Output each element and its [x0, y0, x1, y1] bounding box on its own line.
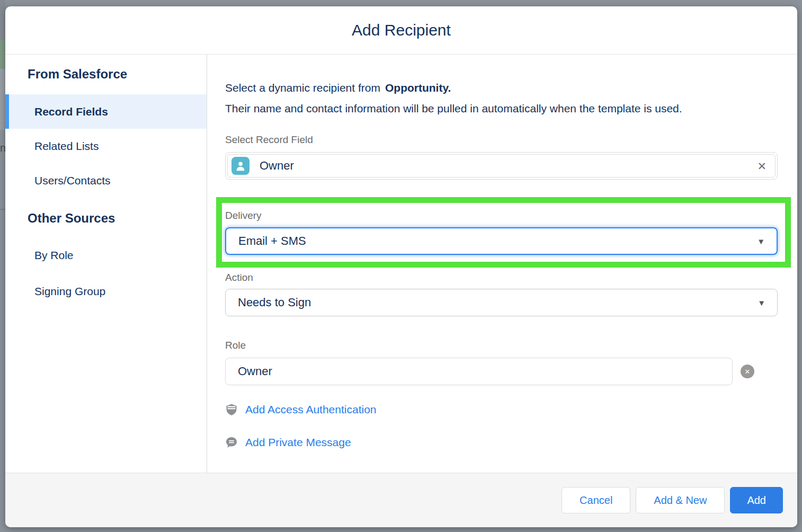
chevron-down-icon: ▼ [758, 298, 765, 307]
selected-indicator-bar [5, 94, 9, 129]
action-select-value: Needs to Sign [238, 296, 758, 309]
role-input[interactable] [225, 358, 733, 385]
backdrop-strip-top [0, 0, 5, 40]
add-and-new-button[interactable]: Add & New [636, 487, 725, 513]
backdrop-strip-light [0, 69, 5, 130]
cancel-button[interactable]: Cancel [562, 487, 630, 513]
delivery-label: Delivery [225, 210, 262, 221]
intro-object-name: Opportunity. [385, 82, 451, 94]
record-field-label: Select Record Field [225, 134, 313, 146]
add-access-authentication-link[interactable]: Add Access Authentication [225, 403, 377, 416]
sidebar-heading-other-sources: Other Sources [28, 211, 115, 226]
modal-title: Add Recipient [352, 21, 451, 39]
sidebar-item-label: Record Fields [34, 105, 108, 118]
backdrop-divider-line [0, 209, 5, 210]
sidebar-heading-from-salesforce: From Salesforce [28, 67, 127, 82]
record-field-pill: Owner ✕ [227, 154, 776, 178]
sidebar-item-label: Related Lists [34, 140, 99, 153]
delivery-select-value: Email + SMS [238, 234, 757, 248]
sidebar-item-label: By Role [34, 249, 74, 262]
link-label: Add Access Authentication [245, 403, 377, 416]
sidebar-item-label: Users/Contacts [34, 174, 111, 187]
clear-x-icon: ✕ [745, 368, 751, 376]
sidebar-item-by-role[interactable]: By Role [5, 238, 207, 272]
backdrop-text-fragment: n [0, 141, 5, 155]
record-field-remove-icon[interactable]: ✕ [757, 161, 767, 172]
record-field-value: Owner [260, 159, 757, 173]
sidebar-item-related-lists[interactable]: Related Lists [5, 129, 207, 163]
sidebar-item-record-fields[interactable]: Record Fields [5, 94, 207, 129]
modal-footer: Cancel Add & New Add [5, 473, 797, 527]
record-field-combobox[interactable]: Owner ✕ [225, 152, 778, 180]
link-label: Add Private Message [245, 436, 351, 449]
intro-prefix: Select a dynamic recipient from [225, 82, 380, 94]
modal-header: Add Recipient [5, 6, 797, 55]
chat-bubble-icon [225, 436, 238, 449]
backdrop-strip-green [0, 40, 5, 69]
delivery-select[interactable]: Email + SMS ▼ [225, 227, 778, 255]
shield-icon [225, 403, 238, 416]
role-clear-button[interactable]: ✕ [741, 365, 754, 378]
sidebar-item-users-contacts[interactable]: Users/Contacts [5, 163, 207, 198]
add-recipient-modal: Add Recipient From Salesforce Record Fie… [5, 6, 797, 527]
action-label: Action [225, 272, 253, 283]
add-private-message-link[interactable]: Add Private Message [225, 436, 351, 449]
sidebar-item-label: Signing Group [34, 285, 105, 298]
intro-text: Select a dynamic recipient fromOpportuni… [225, 77, 682, 119]
annotation-highlight-box: Delivery Email + SMS ▼ [216, 197, 791, 268]
modal-content: Select a dynamic recipient fromOpportuni… [207, 55, 797, 473]
intro-line-1: Select a dynamic recipient fromOpportuni… [225, 77, 682, 98]
modal-sidebar: From Salesforce Record Fields Related Li… [5, 55, 207, 473]
role-label: Role [225, 340, 246, 351]
sidebar-item-signing-group[interactable]: Signing Group [5, 274, 207, 308]
user-avatar-icon [231, 157, 249, 175]
chevron-down-icon: ▼ [757, 237, 765, 246]
add-button[interactable]: Add [730, 487, 783, 513]
intro-line-2: Their name and contact information will … [225, 98, 682, 119]
action-select[interactable]: Needs to Sign ▼ [225, 289, 778, 316]
